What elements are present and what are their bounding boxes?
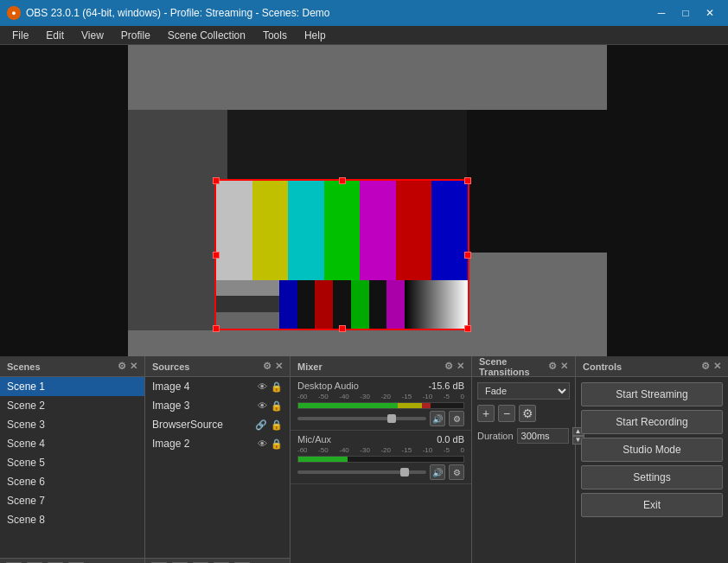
transitions-panel-icon-close[interactable]: ✕ (560, 361, 568, 372)
controls-panel-icon-config[interactable]: ⚙ (701, 361, 710, 372)
menu-tools[interactable]: Tools (254, 26, 296, 45)
menu-scene-collection[interactable]: Scene Collection (159, 26, 254, 45)
controls-panel-icon-close[interactable]: ✕ (713, 361, 721, 372)
close-button[interactable]: ✕ (699, 4, 721, 22)
bars-bottom (216, 280, 468, 329)
mic-meter-labels: -60 -50 -40 -30 -20 -15 -10 -5 0 (297, 446, 464, 454)
desktop-audio-db: -15.6 dB (428, 381, 464, 391)
bars-bottom-right (405, 280, 468, 329)
transition-remove-button[interactable]: − (498, 405, 515, 422)
panels-container: Scenes ⚙ ✕ Scene 1 Scene 2 Scene 3 Scene… (0, 356, 728, 563)
menu-help[interactable]: Help (296, 26, 335, 45)
mic-fader[interactable] (297, 470, 426, 474)
preview-bg-top (128, 45, 607, 110)
transitions-panel-icon-config[interactable]: ⚙ (548, 361, 557, 372)
exit-button[interactable]: Exit (581, 493, 723, 517)
handle-tl[interactable] (213, 177, 220, 184)
preview-area (0, 45, 728, 356)
mixer-channels: Desktop Audio -15.6 dB -60 -50 -40 -30 -… (291, 377, 471, 563)
bar-yellow (252, 181, 289, 280)
source-icons-image3: 👁 🔒 (258, 400, 283, 412)
source-lock-icon4[interactable]: 🔒 (271, 438, 283, 450)
bar-green (324, 181, 361, 280)
scene-item-2[interactable]: Scene 2 (0, 396, 144, 415)
mic-fader-row: 🔊 ⚙ (297, 464, 464, 480)
scenes-panel-icon-config[interactable]: ⚙ (118, 361, 126, 372)
mixer-panel: Mixer ⚙ ✕ Desktop Audio -15.6 dB -60 -50 (291, 356, 472, 563)
handle-mr[interactable] (464, 252, 471, 259)
source-lock-icon[interactable]: 🔒 (271, 381, 283, 393)
desktop-fader[interactable] (297, 417, 426, 420)
mixer-panel-icon-config[interactable]: ⚙ (444, 361, 453, 372)
transitions-panel: Scene Transitions ⚙ ✕ Fade Cut Swipe Sli… (472, 356, 576, 563)
scene-item-1[interactable]: Scene 1 (0, 377, 144, 396)
source-item-image3[interactable]: Image 3 👁 🔒 (145, 396, 290, 415)
bottom-panel: Scenes ⚙ ✕ Scene 1 Scene 2 Scene 3 Scene… (0, 356, 728, 563)
menu-view[interactable]: View (73, 26, 112, 45)
bar-blue (431, 181, 468, 280)
transition-type-select[interactable]: Fade Cut Swipe Slide (477, 382, 570, 400)
transition-config-button[interactable]: ⚙ (519, 405, 536, 422)
bar-magenta (360, 181, 396, 280)
settings-button[interactable]: Settings (581, 465, 723, 489)
mixer-panel-icon-close[interactable]: ✕ (457, 361, 464, 372)
start-streaming-button[interactable]: Start Streaming (581, 382, 723, 406)
desktop-mute-button[interactable]: 🔊 (430, 411, 445, 426)
source-lock-icon2[interactable]: 🔒 (271, 400, 283, 412)
source-item-browser[interactable]: BrowserSource 🔗 🔒 (145, 415, 290, 434)
source-icons-browser: 🔗 🔒 (255, 419, 283, 431)
start-recording-button[interactable]: Start Recording (581, 410, 723, 434)
sources-panel: Sources ⚙ ✕ Image 4 👁 🔒 Image 3 (145, 356, 291, 563)
source-list: Image 4 👁 🔒 Image 3 👁 🔒 BrowserSource (145, 377, 290, 558)
scene-item-6[interactable]: Scene 6 (0, 472, 144, 491)
scene-item-7[interactable]: Scene 7 (0, 491, 144, 510)
source-eye-icon4[interactable]: 👁 (258, 438, 267, 450)
source-eye-icon[interactable]: 👁 (258, 381, 267, 393)
handle-ml[interactable] (213, 252, 220, 259)
mic-mute-button[interactable]: 🔊 (430, 464, 445, 480)
studio-mode-button[interactable]: Studio Mode (581, 438, 723, 462)
source-eye-icon2[interactable]: 👁 (258, 400, 267, 412)
mixer-panel-title: Mixer (297, 361, 322, 372)
controls-panel-icons: ⚙ ✕ (701, 361, 721, 372)
source-lock-icon3[interactable]: 🔒 (271, 419, 283, 431)
handle-tm[interactable] (339, 177, 346, 184)
scene-item-3[interactable]: Scene 3 (0, 415, 144, 434)
desktop-meter-bar (297, 402, 464, 409)
scenes-toolbar: + − ∧ ∨ (0, 558, 144, 563)
source-item-image4[interactable]: Image 4 👁 🔒 (145, 377, 290, 396)
desktop-fader-row: 🔊 ⚙ (297, 411, 464, 426)
source-icons-image4: 👁 🔒 (258, 381, 283, 393)
handle-tr[interactable] (464, 177, 471, 184)
transition-add-button[interactable]: + (477, 405, 495, 422)
desktop-fader-thumb[interactable] (387, 414, 396, 423)
source-eye-icon3[interactable]: 🔗 (255, 419, 267, 431)
handle-bl[interactable] (213, 325, 220, 332)
menu-profile[interactable]: Profile (112, 26, 159, 45)
mic-settings-button[interactable]: ⚙ (449, 464, 464, 480)
source-icons-image2: 👁 🔒 (258, 438, 283, 450)
desktop-audio-name: Desktop Audio (297, 381, 359, 391)
scene-item-5[interactable]: Scene 5 (0, 453, 144, 472)
handle-bm[interactable] (339, 325, 346, 332)
title-bar-controls: ─ □ ✕ (650, 4, 721, 22)
preview-bg-right (605, 45, 728, 356)
preview-bg-bottom (128, 330, 607, 356)
handle-br[interactable] (464, 325, 471, 332)
sources-panel-icon-close[interactable]: ✕ (275, 361, 283, 372)
maximize-button[interactable]: □ (674, 4, 697, 22)
sources-panel-icon-config[interactable]: ⚙ (263, 361, 271, 372)
scenes-panel-header: Scenes ⚙ ✕ (0, 356, 144, 377)
preview-canvas (0, 45, 728, 356)
mic-fader-thumb[interactable] (400, 468, 409, 477)
controls-content: Start Streaming Start Recording Studio M… (576, 377, 728, 522)
source-item-image2[interactable]: Image 2 👁 🔒 (145, 434, 290, 453)
duration-input[interactable] (517, 428, 569, 444)
desktop-settings-button[interactable]: ⚙ (449, 411, 464, 426)
minimize-button[interactable]: ─ (650, 4, 673, 22)
menu-edit[interactable]: Edit (37, 26, 73, 45)
scene-item-8[interactable]: Scene 8 (0, 510, 144, 529)
scene-item-4[interactable]: Scene 4 (0, 434, 144, 453)
menu-file[interactable]: File (3, 26, 37, 45)
scenes-panel-icon-close[interactable]: ✕ (130, 361, 137, 372)
